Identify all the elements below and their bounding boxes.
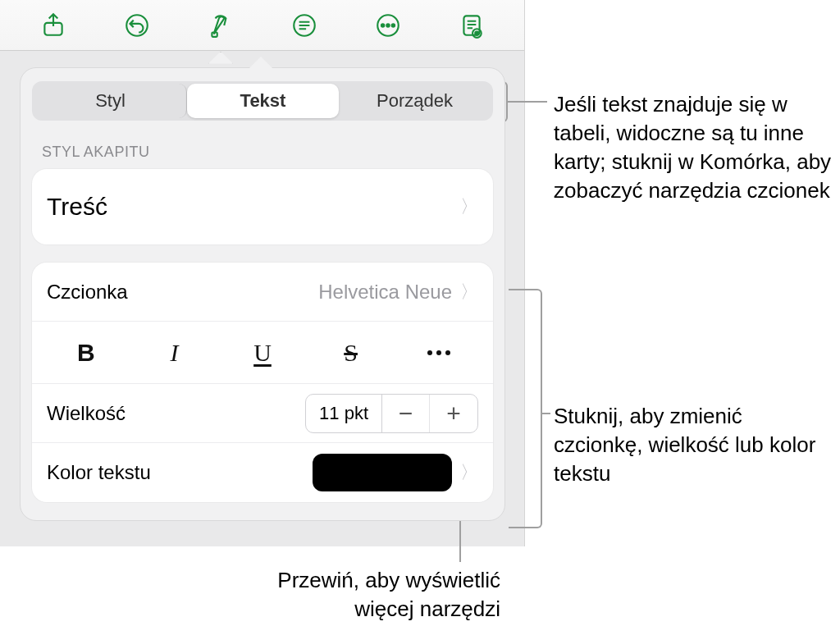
paragraph-style-name: Treść: [47, 193, 107, 221]
chevron-right-icon: 〉: [460, 280, 478, 304]
app-window: Styl Tekst Porządek STYL AKAPITU Treść 〉…: [0, 0, 525, 546]
top-toolbar: [0, 0, 525, 51]
format-popover: Styl Tekst Porządek STYL AKAPITU Treść 〉…: [20, 67, 505, 521]
callout-font-controls: Stuknij, aby zmienić czcionkę, wielkość …: [554, 402, 833, 488]
tab-arrange[interactable]: Porządek: [339, 84, 491, 118]
font-style-row: B I U S: [32, 322, 493, 384]
italic-button[interactable]: I: [130, 339, 219, 367]
svg-point-5: [381, 24, 384, 26]
size-row: Wielkość 11 pkt − +: [32, 384, 493, 443]
tab-text[interactable]: Tekst: [187, 84, 339, 118]
ellipsis-icon: [395, 350, 483, 355]
chevron-right-icon: 〉: [460, 194, 478, 219]
callout-bracket: [531, 289, 542, 528]
size-stepper: 11 pkt − +: [305, 394, 478, 433]
undo-icon[interactable]: [119, 7, 155, 43]
segmented-control: Styl Tekst Porządek: [32, 81, 493, 121]
svg-point-7: [392, 24, 395, 26]
svg-point-1: [126, 15, 148, 36]
callout-line: [542, 413, 550, 414]
callout-line: [508, 101, 547, 103]
strikethrough-button[interactable]: S: [307, 339, 395, 367]
format-popover-area: Styl Tekst Porządek STYL AKAPITU Treść 〉…: [0, 67, 525, 521]
reader-icon[interactable]: [454, 7, 490, 43]
format-icon[interactable]: [203, 7, 239, 43]
callout-scroll: Przewiń, aby wyświetlić więcej narzędzi: [230, 566, 500, 624]
size-increase-button[interactable]: +: [430, 395, 477, 432]
paragraph-style-heading: STYL AKAPITU: [42, 144, 486, 161]
size-label: Wielkość: [47, 402, 126, 425]
svg-rect-2: [212, 32, 217, 36]
bold-button[interactable]: B: [42, 339, 130, 367]
underline-button[interactable]: U: [218, 339, 307, 367]
font-card: Czcionka Helvetica Neue 〉 B I U S Wielko…: [32, 263, 493, 502]
tab-style[interactable]: Styl: [34, 84, 187, 118]
more-icon[interactable]: [370, 7, 406, 43]
size-value: 11 pkt: [306, 395, 382, 432]
text-color-label: Kolor tekstu: [47, 461, 151, 484]
share-icon[interactable]: [35, 7, 71, 43]
font-row[interactable]: Czcionka Helvetica Neue 〉: [32, 263, 493, 322]
chevron-right-icon: 〉: [460, 460, 478, 485]
text-color-row[interactable]: Kolor tekstu 〉: [32, 443, 493, 502]
callout-line: [509, 527, 531, 528]
more-format-button[interactable]: [395, 350, 483, 355]
font-value: Helvetica Neue: [318, 281, 452, 304]
callout-tabs: Jeśli tekst znajduje się w tabeli, widoc…: [554, 90, 833, 205]
paragraph-icon[interactable]: [286, 7, 322, 43]
font-label: Czcionka: [47, 281, 128, 304]
callout-line: [509, 289, 531, 290]
svg-point-10: [475, 31, 478, 34]
svg-point-6: [386, 24, 389, 26]
text-color-swatch[interactable]: [313, 454, 452, 491]
size-decrease-button[interactable]: −: [382, 395, 430, 432]
paragraph-style-row[interactable]: Treść 〉: [32, 169, 493, 244]
paragraph-style-card: Treść 〉: [32, 169, 493, 244]
